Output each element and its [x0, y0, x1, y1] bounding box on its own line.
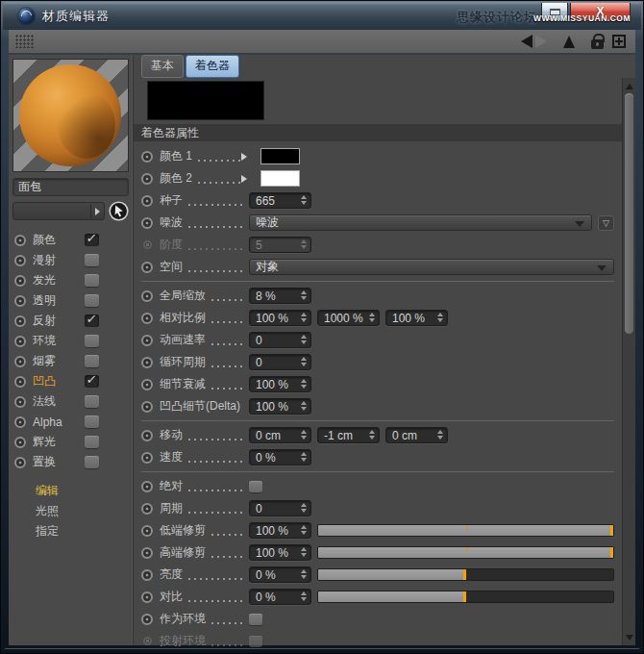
channel-checkbox[interactable]: [85, 355, 99, 367]
shader-texture-preview[interactable]: [147, 81, 264, 120]
animation-dot-icon[interactable]: [141, 401, 153, 413]
animation-dot-icon[interactable]: [141, 591, 153, 603]
animation-dot-icon[interactable]: [141, 313, 153, 324]
number-input[interactable]: 100 %: [249, 376, 311, 392]
animation-dot-icon[interactable]: [14, 457, 26, 468]
channel-checkbox[interactable]: [85, 395, 99, 408]
animation-dot-icon[interactable]: [141, 290, 153, 302]
spinner-arrows-icon[interactable]: [301, 591, 307, 601]
value-slider[interactable]: [317, 524, 614, 537]
animation-dot-icon[interactable]: [14, 235, 26, 246]
spinner-arrows-icon[interactable]: [301, 195, 307, 205]
animation-dot-icon[interactable]: [141, 379, 153, 390]
animation-dot-icon[interactable]: [14, 396, 26, 408]
spinner-arrows-icon[interactable]: [301, 569, 307, 579]
number-input[interactable]: 0 %: [249, 566, 311, 583]
animation-dot-icon[interactable]: [141, 262, 153, 273]
channel-checkbox[interactable]: [85, 456, 99, 468]
number-input[interactable]: 0: [249, 354, 311, 370]
channel-row-glow[interactable]: 辉光: [12, 432, 129, 452]
channel-row-reflection[interactable]: 反射: [12, 311, 129, 331]
picker-cursor-icon[interactable]: [109, 201, 129, 221]
scroll-down-icon[interactable]: [623, 631, 635, 643]
animation-dot-icon[interactable]: [14, 255, 26, 266]
number-input[interactable]: 100 %: [249, 398, 311, 415]
animation-dot-icon[interactable]: [141, 525, 153, 537]
channel-checkbox[interactable]: [85, 436, 99, 448]
tab-shader[interactable]: 着色器: [186, 55, 239, 78]
spinner-arrows-icon[interactable]: [301, 503, 307, 513]
space-dropdown[interactable]: 对象: [249, 259, 614, 275]
checkbox[interactable]: [249, 614, 262, 625]
spinner-arrows-icon[interactable]: [301, 401, 307, 411]
animation-dot-icon[interactable]: [14, 336, 26, 347]
number-input[interactable]: 0 %: [249, 449, 311, 465]
history-forward-icon[interactable]: [535, 35, 547, 48]
sidebar-item-illumination[interactable]: 光照: [12, 501, 129, 521]
animation-dot-icon[interactable]: [141, 357, 153, 368]
spinner-arrows-icon[interactable]: [301, 290, 307, 300]
channel-checkbox[interactable]: [85, 415, 99, 428]
number-input[interactable]: 0: [249, 500, 311, 516]
navigate-up-icon[interactable]: [563, 36, 575, 48]
channel-checkbox[interactable]: [85, 335, 99, 347]
number-input-x[interactable]: 0 cm: [249, 427, 311, 443]
channel-checkbox[interactable]: [85, 254, 99, 266]
spinner-arrows-icon[interactable]: [301, 357, 307, 366]
spinner-arrows-icon[interactable]: [369, 313, 375, 322]
spinner-arrows-icon[interactable]: [369, 430, 375, 440]
animation-dot-icon[interactable]: [14, 376, 26, 388]
animation-dot-icon[interactable]: [141, 173, 153, 185]
channel-row-transparency[interactable]: 透明: [12, 290, 129, 311]
animation-dot-icon[interactable]: [141, 614, 153, 625]
expand-arrow-icon[interactable]: [241, 153, 247, 161]
channel-checkbox[interactable]: [85, 294, 99, 307]
sidebar-item-assign[interactable]: 指定: [12, 521, 129, 541]
spinner-arrows-icon[interactable]: [301, 452, 307, 462]
number-input[interactable]: 0: [249, 332, 311, 348]
animation-dot-icon[interactable]: [141, 547, 153, 559]
channel-checkbox[interactable]: [85, 375, 99, 388]
grip-handle-icon[interactable]: [15, 35, 35, 48]
title-bar[interactable]: 材质编辑器 思缘设计论坛 X WWW.MISSYUAN.COM: [3, 2, 641, 30]
scrollbar-thumb[interactable]: [625, 93, 633, 334]
color-swatch[interactable]: [260, 148, 300, 164]
animation-dot-icon[interactable]: [141, 452, 153, 464]
animation-dot-icon[interactable]: [14, 356, 26, 367]
number-input[interactable]: 8 %: [249, 288, 311, 304]
close-button[interactable]: X: [570, 3, 631, 21]
material-name-input[interactable]: [12, 178, 129, 196]
history-back-icon[interactable]: [521, 35, 533, 48]
noise-preview-button[interactable]: [598, 215, 614, 231]
animation-dot-icon[interactable]: [141, 569, 153, 581]
value-slider[interactable]: [317, 546, 614, 559]
number-input[interactable]: 100 %: [249, 544, 311, 561]
channel-checkbox[interactable]: [85, 274, 99, 287]
animation-dot-icon[interactable]: [141, 151, 153, 163]
channel-row-fog[interactable]: 烟雾: [12, 351, 129, 371]
animation-dot-icon[interactable]: [141, 503, 153, 515]
number-input[interactable]: 0 %: [249, 589, 311, 605]
spinner-arrows-icon[interactable]: [301, 525, 307, 535]
animation-dot-icon[interactable]: [14, 416, 26, 428]
number-input-z[interactable]: 100 %: [385, 310, 448, 326]
channel-row-environment[interactable]: 环境: [12, 331, 129, 351]
value-slider[interactable]: [317, 591, 614, 603]
channel-row-diffusion[interactable]: 漫射: [12, 250, 129, 270]
spinner-arrows-icon[interactable]: [301, 547, 307, 557]
spinner-arrows-icon[interactable]: [437, 430, 443, 440]
number-input-x[interactable]: 100 %: [249, 310, 311, 326]
value-slider[interactable]: [317, 568, 614, 581]
animation-dot-icon[interactable]: [141, 195, 153, 207]
channel-row-bump[interactable]: 凹凸: [12, 371, 129, 391]
animation-dot-icon[interactable]: [141, 217, 153, 229]
number-input-y[interactable]: 1000 %: [317, 310, 380, 326]
minimize-button[interactable]: [541, 3, 568, 21]
slider-handle[interactable]: [463, 591, 466, 602]
dropdown-arrow-icon[interactable]: [90, 204, 103, 218]
scroll-up-icon[interactable]: [623, 80, 635, 92]
new-window-icon[interactable]: [612, 35, 626, 48]
noise-type-dropdown[interactable]: 噪波: [249, 214, 592, 231]
animation-dot-icon[interactable]: [14, 315, 26, 327]
expand-arrow-icon[interactable]: [241, 175, 247, 183]
